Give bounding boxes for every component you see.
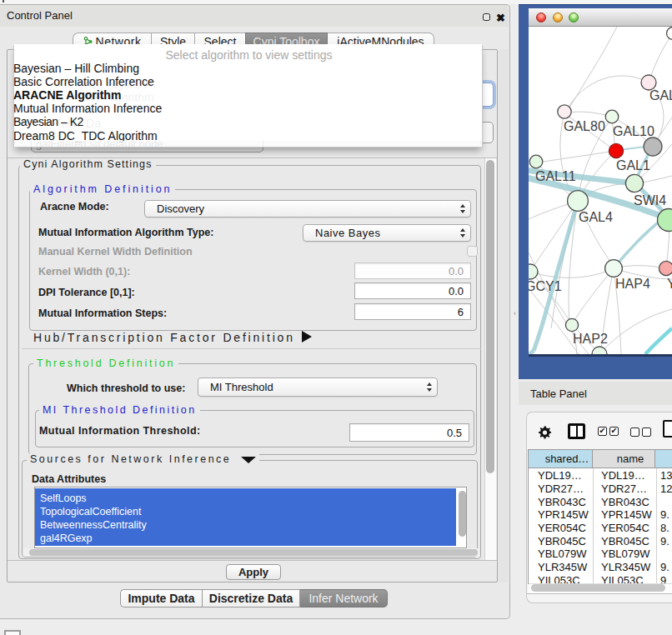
svg-text:GCY1: GCY1 xyxy=(529,279,562,293)
svg-text:GAL4: GAL4 xyxy=(579,210,613,224)
svg-text:SWI4: SWI4 xyxy=(634,193,666,208)
svg-text:HAP2: HAP2 xyxy=(573,332,608,346)
svg-text:GAL80: GAL80 xyxy=(564,119,605,133)
svg-text:GAL1: GAL1 xyxy=(616,158,650,172)
svg-text:HAP4: HAP4 xyxy=(615,277,650,291)
svg-text:GAL11: GAL11 xyxy=(535,169,576,183)
svg-text:GAL2: GAL2 xyxy=(649,88,672,102)
svg-text:GAL10: GAL10 xyxy=(613,124,654,138)
svg-text:YB: YB xyxy=(667,277,672,291)
